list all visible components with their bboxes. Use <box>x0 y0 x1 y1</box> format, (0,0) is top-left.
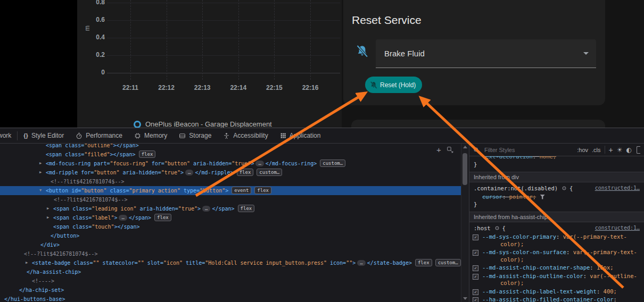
css-property-value[interactable]: none; <box>539 156 556 160</box>
stylesheet-link[interactable]: constructed:1… <box>595 224 640 232</box>
highlight-selector-icon[interactable] <box>494 225 500 232</box>
punct: > <box>180 170 184 175</box>
node-picker-icon[interactable] <box>447 146 453 153</box>
tab-label: Application <box>290 132 321 139</box>
chart-x-tick-label: 22:15 <box>259 84 289 91</box>
ellipsis-expander[interactable]: … <box>255 161 263 166</box>
expand-twisty-icon[interactable]: ▶ <box>26 258 28 267</box>
ellipsis-expander[interactable]: … <box>185 170 193 175</box>
markup-line[interactable]: <!--?lit$4216781074$--> <box>0 249 461 258</box>
add-rule-button[interactable]: + <box>609 146 613 154</box>
markup-line[interactable]: <span class="filled"></span>flex <box>0 150 461 159</box>
css-property-value[interactable]: 400; <box>604 288 617 295</box>
light-theme-icon[interactable]: ☀ <box>617 146 623 154</box>
ellipsis-expander[interactable]: … <box>119 215 127 221</box>
punct: : <box>556 233 563 240</box>
inspector-scrollbar[interactable] <box>461 144 469 302</box>
markup-line[interactable]: ▶<md-ripple for="button" aria-hidden="tr… <box>0 168 461 177</box>
badge-flex[interactable]: flex <box>238 205 255 212</box>
class-toggle[interactable]: .cls <box>592 147 601 153</box>
css-property-value[interactable]: pointer; <box>509 194 536 200</box>
declaration-checkbox[interactable]: ✓ <box>473 297 478 302</box>
declaration-checkbox[interactable]: ✓ <box>473 289 478 295</box>
markup-line[interactable]: <span class="touch"></span> <box>0 222 461 231</box>
scroll-down-icon[interactable] <box>463 297 467 300</box>
punct: </ <box>4 296 11 302</box>
rule-selector-row[interactable]: constructed:1….container:not(.disabled){ <box>469 182 644 193</box>
scrollbar-thumb[interactable] <box>463 153 467 185</box>
declaration-checkbox[interactable]: ✓ <box>473 250 478 256</box>
css-declaration[interactable]: text-decoration: none; <box>469 156 644 161</box>
markup-line[interactable]: <span class="outline"></span> <box>0 144 461 150</box>
markup-line[interactable]: <!--?lit$4216781074$--> <box>0 177 461 186</box>
toolbar-tab-performance[interactable]: Performance <box>70 128 128 143</box>
markup-line[interactable]: <!----> <box>0 276 461 286</box>
punct: ></ <box>113 144 122 148</box>
expand-twisty-icon[interactable]: ▶ <box>47 204 49 213</box>
toolbar-tab-accessibility[interactable]: Accessibility <box>217 128 274 143</box>
css-declaration[interactable]: cursor: pointer; <box>469 193 644 202</box>
markup-line[interactable]: </hui-buttons-base> <box>0 295 461 302</box>
filter-styles-input[interactable] <box>483 146 573 154</box>
declaration-checkbox[interactable]: ✓ <box>473 274 478 280</box>
declaration-checkbox[interactable]: ✓ <box>473 265 478 271</box>
badge-custom[interactable]: custom… <box>435 259 461 266</box>
chart-vgridline <box>167 0 167 80</box>
markup-line[interactable]: ▶<md-focus-ring part="focus-ring" for="b… <box>0 159 461 168</box>
rule-selector-row[interactable]: constructed:1…:host{ <box>469 222 644 233</box>
expand-twisty-icon[interactable]: ▶ <box>39 159 42 168</box>
toolbar-tab-work[interactable]: work <box>0 128 17 143</box>
attr-value: "focus-ring" <box>110 161 148 166</box>
chevron-down-icon <box>583 52 589 55</box>
css-declaration[interactable]: ✓--md-assist-chip-container-shape: 16px; <box>469 264 644 272</box>
markup-line[interactable]: ▶<state-badge class="" statecolor="" slo… <box>0 258 461 267</box>
css-declaration[interactable]: ✓--md-sys-color-primary: var(--primary-t… <box>469 233 644 248</box>
badge-custom[interactable]: custom… <box>320 160 345 167</box>
badge-flex[interactable]: flex <box>415 259 432 266</box>
service-select[interactable]: Brake Fluid <box>376 39 596 68</box>
scroll-up-icon[interactable] <box>463 146 467 148</box>
badge-event[interactable]: event <box>232 187 251 194</box>
highlight-selector-icon[interactable] <box>562 185 567 192</box>
markup-line[interactable]: <!--?lit$4216781074$--> <box>0 195 461 204</box>
badge-flex[interactable]: flex <box>254 187 271 194</box>
toolbar-tab-memory[interactable]: Memory <box>128 128 173 143</box>
pseudo-class-toggle[interactable]: :hov <box>577 147 588 153</box>
expand-twisty-icon[interactable]: ▶ <box>47 213 49 222</box>
css-declaration[interactable]: ✓--md-assist-chip-outline-color: var(--o… <box>469 272 644 288</box>
css-property-name: --md-assist-chip-label-text-weight <box>482 288 597 295</box>
punct: > <box>56 242 60 248</box>
badge-flex[interactable]: flex <box>154 214 171 221</box>
ellipsis-expander[interactable]: … <box>357 260 365 266</box>
punct: ></ <box>110 152 119 157</box>
toolbar-tab-application[interactable]: Application <box>274 128 327 143</box>
markup-line-selected[interactable]: ▼<button id="button" class="primary acti… <box>0 186 461 195</box>
css-property-value[interactable]: 16px; <box>597 264 614 271</box>
css-declaration[interactable]: ✓--md-assist-chip-label-text-weight: 400… <box>469 288 644 296</box>
markup-line[interactable]: </ha-chip-set> <box>0 286 461 295</box>
stylesheet-link[interactable]: constructed:1… <box>595 184 640 192</box>
css-declaration[interactable]: ✓--ha-assist-chip-filled-container-color… <box>469 296 644 302</box>
chart-legend-item[interactable]: OnePlus iBeacon - Garage Displacement <box>134 120 272 128</box>
reset-hold-button[interactable]: Reset (Hold) <box>365 77 422 93</box>
filter-overridden-icon[interactable] <box>540 195 545 199</box>
expand-twisty-icon[interactable]: ▶ <box>39 168 42 177</box>
print-media-icon[interactable]: ◐ <box>626 146 632 154</box>
markup-line[interactable]: ▶<span class="label">…</span>flex <box>0 213 461 222</box>
ellipsis-expander[interactable]: … <box>202 206 210 212</box>
markup-line[interactable]: </button> <box>0 231 461 240</box>
expand-twisty-icon[interactable]: ▼ <box>39 186 42 195</box>
declaration-checkbox[interactable]: ✓ <box>473 234 478 240</box>
tag-name: md-ripple <box>201 170 230 175</box>
toolbar-tab-style-editor[interactable]: {}Style Editor <box>18 128 70 143</box>
badge-flex[interactable]: flex <box>237 169 254 176</box>
markup-line[interactable]: </ha-assist-chip> <box>0 267 461 276</box>
toolbar-tab-storage[interactable]: Storage <box>173 128 217 143</box>
badge-flex[interactable]: flex <box>139 150 156 158</box>
markup-line[interactable]: ▶<span class="leading icon" aria-hidden=… <box>0 204 461 213</box>
punct: : <box>583 273 590 279</box>
badge-custom[interactable]: custom… <box>257 169 282 176</box>
add-node-button[interactable]: + <box>436 145 441 154</box>
css-declaration[interactable]: ✓--md-sys-color-on-surface: var(--primar… <box>469 248 644 264</box>
markup-line[interactable]: </div> <box>0 240 461 249</box>
